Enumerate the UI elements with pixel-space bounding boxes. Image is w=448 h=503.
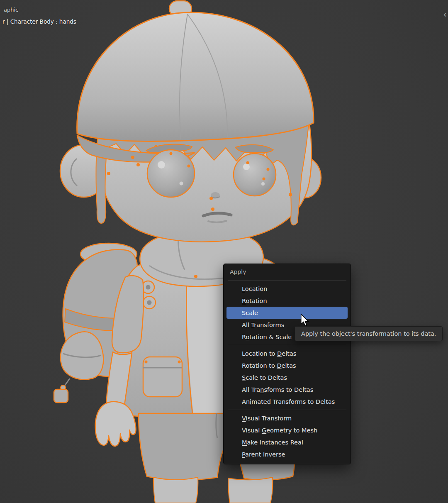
- menu-item-label: Rotation to Deltas: [242, 362, 296, 369]
- mouse-cursor: [300, 314, 311, 327]
- right-leg: [228, 477, 273, 503]
- menu-item-location[interactable]: Location: [226, 283, 348, 295]
- menu-item-visual-transform[interactable]: Visual Transform: [226, 412, 348, 424]
- menu-item-label: Parent Inverse: [242, 451, 285, 458]
- blender-3d-viewport[interactable]: aphic r | Character Body : hands ‹ Apply…: [0, 0, 448, 503]
- menu-item-label: Location to Deltas: [242, 350, 296, 357]
- menu-item-scale-to-deltas[interactable]: Scale to Deltas: [226, 371, 348, 383]
- menu-item-all-transforms-to-deltas[interactable]: All Transforms to Deltas: [226, 383, 348, 396]
- menu-item-label: Location: [242, 286, 267, 292]
- menu-item-parent-inverse[interactable]: Parent Inverse: [226, 448, 348, 460]
- right-eye: [234, 154, 276, 196]
- sidebar-collapse-chevron[interactable]: ‹: [443, 10, 447, 19]
- left-leg: [153, 477, 198, 503]
- menu-item-animated-transforms-to-deltas[interactable]: Animated Transforms to Deltas: [226, 396, 348, 408]
- menu-title: Apply: [224, 265, 351, 278]
- apply-context-menu: Apply Location Rotation Scale All Transf…: [223, 264, 351, 464]
- menu-separator: [228, 280, 346, 281]
- chest-pocket: [143, 357, 182, 397]
- menu-item-label: Make Instances Real: [242, 439, 303, 446]
- menu-item-label: Scale to Deltas: [242, 374, 287, 381]
- menu-item-label: Rotation: [242, 298, 267, 304]
- menu-item-label: All Transforms: [242, 322, 284, 328]
- menu-item-label: Animated Transforms to Deltas: [242, 398, 335, 405]
- menu-item-visual-geometry-to-mesh[interactable]: Visual Geometry to Mesh: [226, 424, 348, 436]
- menu-item-label: Visual Geometry to Mesh: [242, 427, 317, 434]
- left-eye: [147, 150, 195, 197]
- menu-item-scale[interactable]: Scale: [226, 307, 348, 319]
- menu-item-rotation-to-deltas[interactable]: Rotation to Deltas: [226, 359, 348, 371]
- menu-item-rotation[interactable]: Rotation: [226, 295, 348, 307]
- menu-item-label: Visual Transform: [242, 415, 292, 422]
- menu-item-label: Rotation & Scale: [242, 334, 292, 340]
- menu-item-label: All Transforms to Deltas: [242, 386, 313, 393]
- menu-separator: [228, 345, 346, 345]
- viewport-breadcrumb: r | Character Body : hands: [2, 18, 76, 25]
- tooltip: Apply the object's transformation to its…: [295, 326, 443, 341]
- backpack-charm: [54, 389, 68, 403]
- menu-item-location-to-deltas[interactable]: Location to Deltas: [226, 347, 348, 359]
- menu-item-label: Scale: [242, 310, 258, 316]
- left-hand: [95, 402, 136, 446]
- viewport-view-label: aphic: [4, 7, 18, 13]
- menu-item-make-instances-real[interactable]: Make Instances Real: [226, 436, 348, 448]
- tooltip-text: Apply the object's transformation to its…: [301, 330, 436, 337]
- menu-separator: [228, 410, 346, 410]
